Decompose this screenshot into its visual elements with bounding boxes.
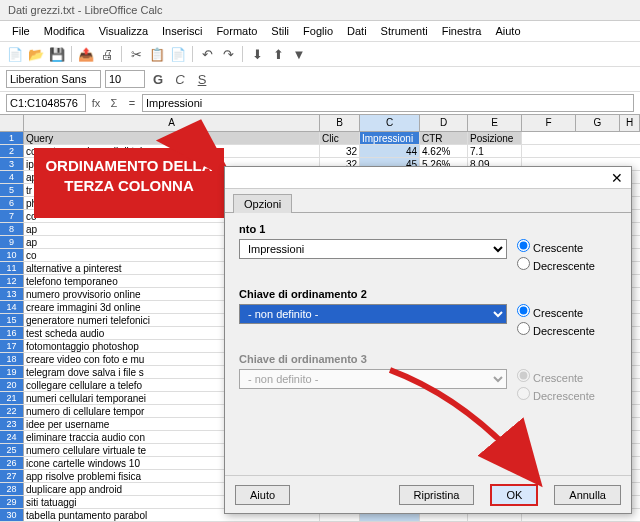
callout-annotation: ORDINAMENTO DELLA TERZA COLONNA xyxy=(34,148,224,218)
sort-key1-desc[interactable]: Decrescente xyxy=(517,257,595,275)
tab-options[interactable]: Opzioni xyxy=(233,194,292,213)
col-header-d[interactable]: D xyxy=(420,115,468,131)
row-header[interactable]: 29 xyxy=(0,496,24,508)
reset-button[interactable]: Ripristina xyxy=(399,485,475,505)
cell[interactable]: 4.62% xyxy=(420,145,468,157)
cell[interactable]: Clic xyxy=(320,132,360,144)
cut-icon[interactable]: ✂ xyxy=(127,45,145,63)
help-button[interactable]: Aiuto xyxy=(235,485,290,505)
row-header[interactable]: 20 xyxy=(0,379,24,391)
col-header-h[interactable]: H xyxy=(620,115,640,131)
menu-format[interactable]: Formato xyxy=(210,23,263,39)
sort-key1-select[interactable]: Impressioni xyxy=(239,239,507,259)
select-all-corner[interactable] xyxy=(0,115,24,131)
export-icon[interactable]: 📤 xyxy=(77,45,95,63)
row-header[interactable]: 2 xyxy=(0,145,24,157)
row-header[interactable]: 28 xyxy=(0,483,24,495)
row-header[interactable]: 3 xyxy=(0,158,24,170)
row-header[interactable]: 6 xyxy=(0,197,24,209)
font-name-select[interactable] xyxy=(6,70,101,88)
font-size-select[interactable] xyxy=(105,70,145,88)
row-header[interactable]: 15 xyxy=(0,314,24,326)
menu-insert[interactable]: Inserisci xyxy=(156,23,208,39)
row-header[interactable]: 9 xyxy=(0,236,24,248)
menu-edit[interactable]: Modifica xyxy=(38,23,91,39)
window-title: Dati grezzi.txt - LibreOffice Calc xyxy=(0,0,640,21)
copy-icon[interactable]: 📋 xyxy=(148,45,166,63)
cell[interactable]: Posizione xyxy=(468,132,522,144)
sort-key3-asc: Crescente xyxy=(517,369,595,387)
menu-window[interactable]: Finestra xyxy=(436,23,488,39)
cell[interactable]: 44 xyxy=(360,145,420,157)
col-header-b[interactable]: B xyxy=(320,115,360,131)
print-icon[interactable]: 🖨 xyxy=(98,45,116,63)
open-icon[interactable]: 📂 xyxy=(27,45,45,63)
filter-icon[interactable]: ▼ xyxy=(290,45,308,63)
sum-icon[interactable]: Σ xyxy=(106,95,122,111)
row-header[interactable]: 21 xyxy=(0,392,24,404)
row-header[interactable]: 22 xyxy=(0,405,24,417)
row-header[interactable]: 16 xyxy=(0,327,24,339)
cell[interactable]: CTR xyxy=(420,132,468,144)
row-header[interactable]: 24 xyxy=(0,431,24,443)
sort-asc-icon[interactable]: ⬇ xyxy=(248,45,266,63)
paste-icon[interactable]: 📄 xyxy=(169,45,187,63)
ok-button[interactable]: OK xyxy=(490,484,538,506)
bold-icon[interactable]: G xyxy=(149,70,167,88)
cancel-button[interactable]: Annulla xyxy=(554,485,621,505)
row-header[interactable]: 19 xyxy=(0,366,24,378)
cell[interactable]: 7.1 xyxy=(468,145,522,157)
save-icon[interactable]: 💾 xyxy=(48,45,66,63)
row-header[interactable]: 10 xyxy=(0,249,24,261)
sort-key2-select[interactable]: - non definito - xyxy=(239,304,507,324)
row-header[interactable]: 18 xyxy=(0,353,24,365)
table-row: 1QueryClicImpressioniCTRPosizione xyxy=(0,132,640,145)
menu-view[interactable]: Visualizza xyxy=(93,23,154,39)
sort-key1-asc[interactable]: Crescente xyxy=(517,239,595,257)
menu-help[interactable]: Aiuto xyxy=(489,23,526,39)
cell[interactable]: Impressioni xyxy=(360,132,420,144)
italic-icon[interactable]: C xyxy=(171,70,189,88)
cell-reference[interactable] xyxy=(6,94,86,112)
row-header[interactable]: 8 xyxy=(0,223,24,235)
sort-key2-desc[interactable]: Decrescente xyxy=(517,322,595,340)
equals-icon[interactable]: = xyxy=(124,95,140,111)
menu-data[interactable]: Dati xyxy=(341,23,373,39)
col-header-g[interactable]: G xyxy=(576,115,620,131)
row-header[interactable]: 23 xyxy=(0,418,24,430)
col-header-f[interactable]: F xyxy=(522,115,576,131)
sort-dialog: ✕ Opzioni nto 1 Impressioni Crescente De… xyxy=(224,166,632,514)
row-header[interactable]: 27 xyxy=(0,470,24,482)
sort-key2-asc[interactable]: Crescente xyxy=(517,304,595,322)
menu-sheet[interactable]: Foglio xyxy=(297,23,339,39)
underline-icon[interactable]: S xyxy=(193,70,211,88)
close-icon[interactable]: ✕ xyxy=(611,170,623,186)
row-header[interactable]: 17 xyxy=(0,340,24,352)
col-header-e[interactable]: E xyxy=(468,115,522,131)
row-header[interactable]: 14 xyxy=(0,301,24,313)
sort-key3-desc: Decrescente xyxy=(517,387,595,405)
sort-key1-label: nto 1 xyxy=(239,223,617,235)
row-header[interactable]: 4 xyxy=(0,171,24,183)
row-header[interactable]: 12 xyxy=(0,275,24,287)
undo-icon[interactable]: ↶ xyxy=(198,45,216,63)
function-icon[interactable]: fx xyxy=(88,95,104,111)
row-header[interactable]: 11 xyxy=(0,262,24,274)
menu-styles[interactable]: Stili xyxy=(265,23,295,39)
toolbar-format: G C S xyxy=(0,67,640,92)
menu-file[interactable]: File xyxy=(6,23,36,39)
redo-icon[interactable]: ↷ xyxy=(219,45,237,63)
row-header[interactable]: 1 xyxy=(0,132,24,144)
row-header[interactable]: 7 xyxy=(0,210,24,222)
formula-input[interactable] xyxy=(142,94,634,112)
col-header-c[interactable]: C xyxy=(360,115,420,131)
row-header[interactable]: 25 xyxy=(0,444,24,456)
row-header[interactable]: 13 xyxy=(0,288,24,300)
row-header[interactable]: 30 xyxy=(0,509,24,521)
row-header[interactable]: 5 xyxy=(0,184,24,196)
sort-desc-icon[interactable]: ⬆ xyxy=(269,45,287,63)
cell[interactable]: 32 xyxy=(320,145,360,157)
new-icon[interactable]: 📄 xyxy=(6,45,24,63)
menu-tools[interactable]: Strumenti xyxy=(375,23,434,39)
row-header[interactable]: 26 xyxy=(0,457,24,469)
